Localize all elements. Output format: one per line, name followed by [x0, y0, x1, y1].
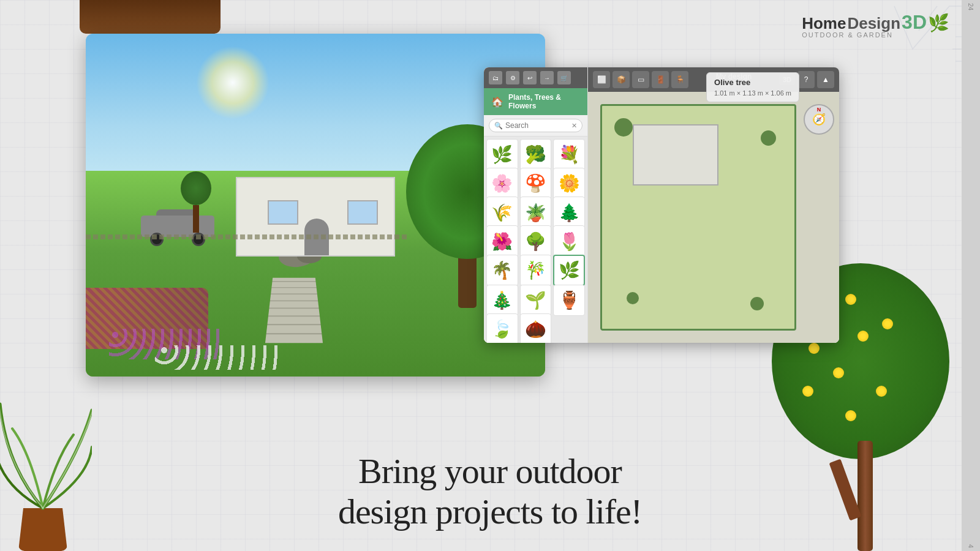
plant-item-17[interactable]: 🌱 — [520, 285, 552, 317]
plant-7-icon: 🌾 — [491, 203, 513, 223]
logo-3d: 3D — [902, 11, 927, 34]
plant-10-icon: 🌺 — [491, 231, 513, 252]
lemon-3 — [809, 343, 820, 354]
plant-grid: 🌿 🥦 💐 🌸 🍄 🌼 🌾 🪴 — [484, 137, 587, 343]
category-header[interactable]: 🏠 Plants, Trees & Flowers — [484, 88, 587, 115]
map-panel: ⬜ 📦 ▭ 🚪 🪑 My design 469.49 m² 3D ? ▲ Oli… — [588, 67, 839, 343]
compass-north: N — [817, 107, 821, 113]
map-tree-1 — [614, 118, 633, 137]
plant-15-icon: 🌿 — [559, 260, 580, 280]
sidebar-toolbar: 🗂 ⚙ ↩ → 🛒 — [484, 67, 587, 88]
logo-home: Home — [802, 14, 846, 33]
furniture-btn[interactable]: 🪑 — [671, 71, 688, 88]
compass-container: 🧭 N — [804, 104, 834, 135]
logo-design: Design — [847, 14, 900, 33]
plant-item-20[interactable]: 🌰 — [520, 313, 552, 343]
expand-btn[interactable]: ▲ — [817, 71, 834, 88]
plant-item-13[interactable]: 🌴 — [486, 255, 518, 287]
plant-11-icon: 🌳 — [525, 231, 546, 252]
plant-item-5[interactable]: 🍄 — [520, 168, 552, 200]
plant-item-4[interactable]: 🌸 — [486, 168, 518, 200]
plant-13-icon: 🌴 — [491, 260, 513, 280]
compass: 🧭 N — [804, 104, 834, 135]
logo-text-wrap: Home Design 3D 🌿 OUTDOOR & GARDEN — [802, 11, 949, 39]
lemon-7 — [802, 386, 813, 397]
plant-6-icon: 🌼 — [559, 173, 580, 193]
plant-item-11[interactable]: 🌳 — [520, 225, 552, 257]
search-bar: 🔍 ✕ — [484, 115, 587, 137]
tagline-text: Bring your outdoor design projects to li… — [0, 451, 980, 533]
plant-17-icon: 🌱 — [525, 290, 546, 310]
undo-btn[interactable]: ↩ — [523, 71, 537, 84]
tooltip-title: Olive tree — [714, 78, 791, 87]
plant-2-icon: 🥦 — [525, 144, 546, 165]
small-tree-1 — [178, 171, 214, 233]
map-toolbar-icons: ⬜ 📦 ▭ 🚪 🪑 — [593, 71, 688, 88]
house-body — [236, 177, 395, 257]
plant-item-14[interactable]: 🎋 — [520, 255, 552, 287]
tagline-line1: Bring your outdoor — [358, 451, 622, 491]
logo-leaf-icon: 🌿 — [928, 13, 949, 33]
3d-box-btn[interactable]: 📦 — [612, 71, 630, 88]
map-house-structure — [633, 124, 718, 186]
search-clear-btn[interactable]: ✕ — [571, 122, 577, 130]
plant-item-3[interactable]: 💐 — [553, 139, 585, 171]
house — [224, 146, 407, 257]
tagline: Bring your outdoor design projects to li… — [0, 451, 980, 533]
wall-btn[interactable]: ▭ — [632, 71, 649, 88]
garden-outline — [600, 104, 796, 331]
plant-item-7[interactable]: 🌾 — [486, 197, 518, 228]
lemon-2 — [882, 318, 893, 329]
ui-panel: 🗂 ⚙ ↩ → 🛒 🏠 Plants, Trees & Flowers 🔍 ✕ … — [484, 67, 839, 343]
lemon-8 — [876, 386, 887, 397]
olive-tree-tooltip: Olive tree 1.01 m × 1.13 m × 1.06 m — [706, 72, 799, 102]
plant-1-icon: 🌿 — [491, 144, 513, 165]
large-center-tree — [458, 234, 477, 308]
plant-3-icon: 💐 — [559, 144, 580, 165]
scroll-num-top: 24 — [967, 3, 974, 10]
door-btn[interactable]: 🚪 — [652, 71, 669, 88]
plant-18-icon: 🏺 — [559, 290, 580, 310]
plant-item-9[interactable]: 🌲 — [553, 197, 585, 228]
redo-btn[interactable]: → — [540, 71, 554, 84]
plant-item-16[interactable]: 🎄 — [486, 285, 518, 317]
lemon-9 — [845, 410, 856, 421]
plant-14-icon: 🎋 — [525, 260, 546, 280]
tooltip-dimensions: 1.01 m × 1.13 m × 1.06 m — [714, 89, 791, 97]
search-input[interactable] — [505, 121, 569, 130]
lemon-5 — [833, 367, 844, 378]
plant-item-2[interactable]: 🥦 — [520, 139, 552, 171]
fence — [86, 234, 407, 239]
map-tree-3 — [627, 292, 639, 304]
dirt-decoration — [80, 0, 221, 34]
tagline-line2: design projects to life! — [338, 492, 642, 531]
map-tree-4 — [750, 297, 764, 310]
help-btn[interactable]: ? — [797, 71, 815, 88]
plant-item-12[interactable]: 🌷 — [553, 225, 585, 257]
plant-item-1[interactable]: 🌿 — [486, 139, 518, 171]
white-flowers — [155, 345, 277, 370]
plant-item-6[interactable]: 🌼 — [553, 168, 585, 200]
cart-btn[interactable]: 🛒 — [557, 71, 571, 84]
plant-19-icon: 🍃 — [491, 319, 513, 339]
search-icon: 🔍 — [494, 122, 503, 130]
folder-btn[interactable]: 🗂 — [489, 71, 502, 84]
main-3d-screenshot — [86, 34, 545, 377]
plant-4-icon: 🌸 — [491, 173, 513, 193]
map-area[interactable] — [588, 92, 839, 343]
plant-item-19[interactable]: 🍃 — [486, 313, 518, 343]
lemon-4 — [858, 331, 869, 342]
sun-glow — [196, 46, 270, 119]
floor-view-btn[interactable]: ⬜ — [593, 71, 610, 88]
plant-item-15[interactable]: 🌿 — [553, 255, 585, 287]
search-input-wrap: 🔍 ✕ — [489, 119, 582, 132]
plant-item-8[interactable]: 🪴 — [520, 197, 552, 228]
plant-20-icon: 🌰 — [525, 319, 546, 339]
lemon-6 — [845, 294, 856, 305]
plant-8-icon: 🪴 — [525, 203, 546, 223]
plant-item-10[interactable]: 🌺 — [486, 225, 518, 257]
settings-btn[interactable]: ⚙ — [506, 71, 519, 84]
plant-item-18[interactable]: 🏺 — [553, 285, 585, 317]
category-label: Plants, Trees & Flowers — [508, 93, 580, 110]
app-logo: Home Design 3D 🌿 OUTDOOR & GARDEN — [802, 11, 949, 39]
